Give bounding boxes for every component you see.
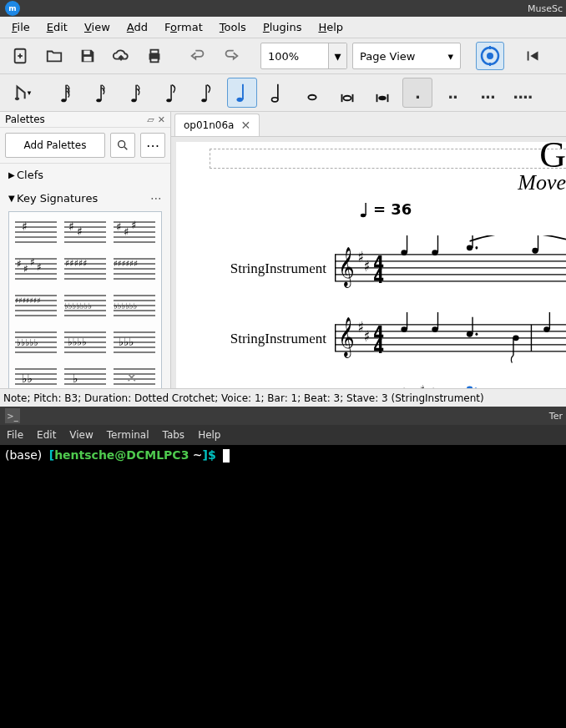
chevron-down-icon: ▾ [447,50,453,63]
note-quarter-button[interactable] [227,78,257,108]
svg-point-24 [237,98,243,102]
undo-button[interactable] [184,42,212,70]
keysig-4sharp[interactable]: ♯♯♯♯ [13,252,58,286]
svg-rect-64 [365,203,366,215]
menu-edit[interactable]: Edit [38,18,76,36]
keysig-more-icon[interactable]: ⋯ [150,191,162,205]
svg-text:♯: ♯ [30,256,35,268]
term-menu-tabs[interactable]: Tabs [163,429,185,441]
svg-text:4: 4 [373,336,384,357]
term-menu-file[interactable]: File [7,429,23,441]
view-mode-select[interactable]: Page View ▾ [352,43,461,69]
note-16th-button[interactable] [122,78,152,108]
svg-text:♯: ♯ [358,318,364,336]
menu-view[interactable]: View [76,18,119,36]
cloud-upload-button[interactable] [107,42,135,70]
palette-search-button[interactable] [110,133,135,158]
musescore-menubar: File Edit View Add Format Tools Plugins … [0,17,566,38]
svg-rect-97 [407,312,407,330]
menu-file[interactable]: File [3,18,38,36]
palettes-header: Palettes ▱✕ [0,112,170,128]
term-menu-view[interactable]: View [69,429,93,441]
term-menu-terminal[interactable]: Terminal [107,429,149,441]
menu-tools[interactable]: Tools [211,18,255,36]
dot-button[interactable]: . [402,78,432,108]
palettes-close-icon[interactable]: ✕ [158,114,165,125]
note-64th-button[interactable] [52,78,82,108]
keysig-7sharp[interactable]: ♯♯♯♯♯♯♯ [13,289,58,322]
term-menu-help[interactable]: Help [198,429,220,441]
palettes-controls: Add Palettes ⋯ [0,128,170,164]
save-button[interactable] [73,42,102,70]
staff-row-1[interactable]: StringInstrument 𝄞 ♯♯ 44 [210,234,566,304]
note-32nd-button[interactable] [87,78,117,108]
score-subtitle[interactable]: Move [518,170,566,195]
palette-more-button[interactable]: ⋯ [140,133,165,158]
print-button[interactable] [140,42,169,70]
document-tab-label: op01n06a [184,119,234,131]
note-longa-button[interactable] [367,78,397,108]
keysig-3sharp[interactable]: ♯♯♯ [112,215,158,249]
svg-rect-3 [83,51,89,55]
close-tab-icon[interactable]: ✕ [240,119,250,132]
svg-rect-104 [513,338,513,356]
redo-button[interactable] [217,42,245,70]
quadruple-dot-button[interactable]: .... [508,78,538,108]
svg-text:♭♭: ♭♭ [22,372,33,385]
tempo-marking[interactable]: = 36 [360,200,412,218]
keysig-4flat[interactable]: ♭♭♭♭ [62,326,108,359]
keysig-1sharp[interactable]: ♯ [13,215,58,249]
double-dot-button[interactable]: .. [437,78,467,108]
rewind-button[interactable] [519,42,548,70]
terminal-cursor [223,449,230,463]
staff-row-2[interactable]: StringInstrument 𝄞 ♯♯ 44 [210,304,566,374]
zoom-dropdown-icon[interactable]: ▾ [328,43,346,68]
triangle-right-icon: ▶ [8,170,17,179]
palette-section-keysig[interactable]: ▼ Key Signatures ⋯ [0,186,170,210]
svg-text:♯: ♯ [116,220,121,233]
keysig-5flat[interactable]: ♭♭♭♭♭ [13,326,58,359]
keysig-3flat[interactable]: ♭♭♭ [112,326,158,359]
svg-line-36 [124,147,127,149]
palette-section-clefs[interactable]: ▶ Clefs [0,164,170,186]
menu-plugins[interactable]: Plugins [255,18,311,36]
terminal-body[interactable]: (base) [hentsche@DCMLPC3 ~]$ [0,445,566,728]
palettes-undock-icon[interactable]: ▱ [147,114,154,125]
zoom-value[interactable]: 100% [261,43,328,68]
note-half-button[interactable] [262,78,292,108]
triple-dot-button[interactable]: ... [473,78,503,108]
note-whole-button[interactable] [297,78,327,108]
concert-pitch-button[interactable] [476,42,504,70]
note-8th-button[interactable] [157,78,187,108]
new-file-button[interactable] [7,42,35,70]
keysig-7flat[interactable]: ♭♭♭♭♭♭♭ [62,289,108,322]
note-input-mode-button[interactable]: ▾ [7,78,37,108]
menu-help[interactable]: Help [310,18,351,36]
note-8th-button-2[interactable] [192,78,222,108]
prompt-env: (base) [5,448,42,462]
keysig-6sharp[interactable]: ♯♯♯♯♯♯ [112,252,158,286]
svg-point-82 [475,246,478,250]
open-file-button[interactable] [40,42,68,70]
prompt-userhost: hentsche@DCMLPC3 [54,448,189,462]
menu-add[interactable]: Add [119,18,156,36]
term-menu-edit[interactable]: Edit [37,429,56,441]
score-canvas[interactable]: G Move = 36 StringInstrument 𝄞 ♯♯ 44 [176,142,566,388]
main-split: Palettes ▱✕ Add Palettes ⋯ ▶ Clefs ▼ Key… [0,112,566,388]
staff-row-3[interactable]: StringInstrument 𝄢 ♯♯ 44 ♯ [210,374,566,388]
keysig-2sharp[interactable]: ♯♯ [62,215,108,249]
title-frame[interactable] [210,149,566,169]
keysig-5sharp[interactable]: ♯♯♯♯♯ [62,252,108,286]
menu-format[interactable]: Format [156,18,211,36]
svg-rect-19 [135,85,136,101]
musescore-logo-icon: m [5,1,20,16]
note-breve-button[interactable] [332,78,362,108]
zoom-control[interactable]: 100% ▾ [260,43,347,69]
add-palettes-button[interactable]: Add Palettes [5,133,105,158]
palette-clefs-label: Clefs [17,169,162,181]
keysig-6flat[interactable]: ♭♭♭♭♭♭ [112,289,158,322]
svg-text:♯: ♯ [124,225,129,238]
svg-text:4: 4 [373,265,384,287]
svg-text:♭♭♭♭: ♭♭♭♭ [68,336,87,348]
document-tab[interactable]: op01n06a ✕ [174,114,260,136]
